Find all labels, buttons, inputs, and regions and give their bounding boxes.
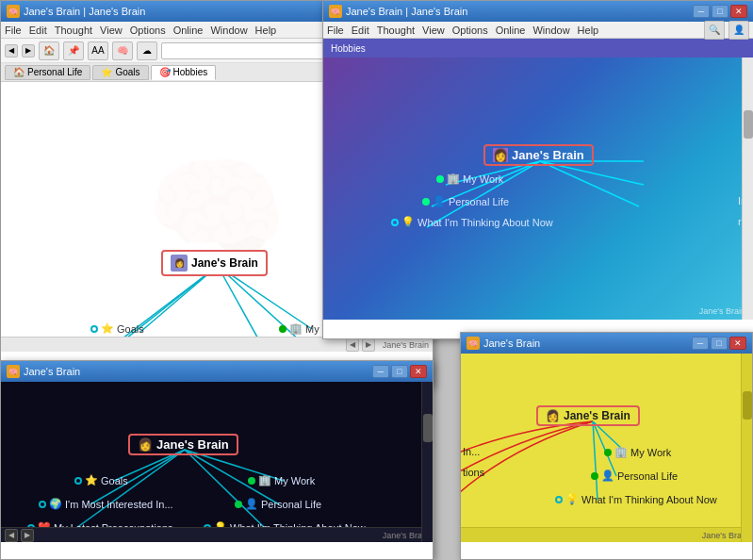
titlebar-win3: 🧠 Jane's Brain ─ □ ✕ <box>1 361 433 382</box>
tab-goals[interactable]: ⭐Goals <box>92 65 148 80</box>
child-most-interested-win3[interactable]: 🌍 I'm Most Interested In... <box>39 498 173 510</box>
tab-hobbies[interactable]: 🎯Hobbies <box>151 65 217 80</box>
center-node-win1[interactable]: 👩 Jane's Brain <box>161 250 268 276</box>
maximize-btn-win4[interactable]: □ <box>711 337 728 350</box>
center-label-win2: Jane's Brain <box>512 148 584 162</box>
menu-options[interactable]: Options <box>130 25 166 36</box>
menu-help[interactable]: Help <box>255 25 277 36</box>
menu-file-win2[interactable]: File <box>327 25 344 36</box>
titlebar-left-win3: 🧠 Jane's Brain <box>7 365 80 378</box>
avatar-win2: 👩 <box>493 148 508 162</box>
scrollbar-win2[interactable] <box>742 58 753 320</box>
scrollbar-thumb-win2[interactable] <box>744 110 753 139</box>
scrollbar-thumb-win4[interactable] <box>743 391 752 420</box>
child-goals[interactable]: ⭐ Goals <box>90 322 144 335</box>
tab-bar-win2: Hobbies <box>323 39 753 58</box>
window-controls-win3: ─ □ ✕ <box>372 365 427 378</box>
menu-edit-win2[interactable]: Edit <box>352 25 369 36</box>
pin-button[interactable]: 📌 <box>63 41 84 60</box>
minimize-btn-win4[interactable]: ─ <box>692 337 709 350</box>
nav-left-win3[interactable]: ◀ <box>5 529 18 542</box>
close-btn-win2[interactable]: ✕ <box>730 5 747 18</box>
close-btn-win3[interactable]: ✕ <box>410 365 427 378</box>
home-button[interactable]: 🏠 <box>39 41 59 60</box>
svg-line-17 <box>185 450 265 528</box>
child-in-win4[interactable]: In... <box>463 446 480 457</box>
avatar-win4: 👩 <box>546 409 560 422</box>
child-tions-win4[interactable]: tions <box>463 467 484 478</box>
menu-view-win2[interactable]: View <box>422 25 445 36</box>
scrollbar-thumb-win3[interactable] <box>423 414 433 442</box>
menu-file[interactable]: File <box>5 25 22 36</box>
canvas-win2: 👩 Jane's Brain Goals Interested In... re… <box>323 58 753 320</box>
menu-window-win2[interactable]: Window <box>532 25 569 36</box>
maximize-btn-win2[interactable]: □ <box>712 5 728 18</box>
menu-online[interactable]: Online <box>173 25 204 36</box>
child-thinking-win4[interactable]: 💡 What I'm Thinking About Now <box>555 493 717 505</box>
center-label-win4: Jane's Brain <box>564 409 630 422</box>
maximize-btn-win3[interactable]: □ <box>391 365 408 378</box>
titlebar-left-win2: 🧠 Jane's Brain | Jane's Brain <box>329 5 467 18</box>
app-icon-win4: 🧠 <box>467 337 480 350</box>
scrollbar-win3[interactable] <box>421 382 433 542</box>
nav-left-win1[interactable]: ◀ <box>346 338 359 352</box>
mindmap-svg-win3 <box>1 382 433 542</box>
cloud-button[interactable]: ☁ <box>137 41 157 60</box>
nav-right-win1[interactable]: ▶ <box>362 338 375 352</box>
center-node-win4[interactable]: 👩 Jane's Brain <box>536 405 640 426</box>
font-button[interactable]: AA <box>88 41 108 60</box>
child-mywork-win4[interactable]: 🏢 My Work <box>604 446 671 458</box>
child-thinking-win2[interactable]: 💡 What I'm Thinking About Now <box>391 216 553 228</box>
center-node-win2[interactable]: 👩 Jane's Brain <box>483 144 594 166</box>
child-personal-win3[interactable]: 👤 Personal Life <box>235 498 321 510</box>
menu-online-win2[interactable]: Online <box>496 25 526 36</box>
back-button[interactable]: ◀ <box>5 44 18 58</box>
status-label-win1: Jane's Brain <box>383 340 429 350</box>
nav-right-win3[interactable]: ▶ <box>21 529 34 542</box>
search-toolbar-win2[interactable]: 🔍 <box>704 21 725 40</box>
child-goals-win3[interactable]: ⭐ Goals <box>74 474 128 486</box>
child-mywork-win2[interactable]: 🏢 My Work <box>436 173 503 185</box>
win3[interactable]: 🧠 Jane's Brain ─ □ ✕ 👩 Jane's Brain ⭐ Go… <box>0 360 434 560</box>
user-toolbar-win2[interactable]: 👤 <box>728 21 749 40</box>
app-icon: 🧠 <box>7 5 20 18</box>
child-mywork-win3[interactable]: 🏢 My Work <box>248 474 315 486</box>
child-personal-win4[interactable]: 👤 Personal Life <box>591 469 678 482</box>
minimize-btn-win2[interactable]: ─ <box>693 5 710 18</box>
svg-line-5 <box>218 266 279 337</box>
win4[interactable]: 🧠 Jane's Brain ─ □ ✕ 👩 Jane's Brain In. <box>460 332 753 560</box>
dot-goals <box>90 325 98 333</box>
tab-personal-life[interactable]: 🏠Personal Life <box>5 65 90 80</box>
svg-line-11 <box>540 161 639 206</box>
app-icon-win3: 🧠 <box>7 365 20 378</box>
child-personal-win2[interactable]: 👤 Personal Life <box>422 195 509 207</box>
dot-mywork <box>279 325 286 333</box>
menu-view[interactable]: View <box>100 25 123 36</box>
win2[interactable]: 🧠 Jane's Brain | Jane's Brain ─ □ ✕ File… <box>322 0 753 339</box>
scrollbar-win4[interactable] <box>741 354 752 542</box>
menu-options-win2[interactable]: Options <box>452 25 488 36</box>
center-node-win3[interactable]: 👩 Jane's Brain <box>128 434 238 455</box>
menu-thought-win2[interactable]: Thought <box>377 25 415 36</box>
minimize-btn-win3[interactable]: ─ <box>372 365 389 378</box>
titlebar-left-win4: 🧠 Jane's Brain <box>467 337 540 350</box>
titlebar-left: 🧠 Jane's Brain | Jane's Brain <box>7 5 145 18</box>
mindmap-svg-win2 <box>323 58 753 320</box>
status-bar-win3: ◀ ▶ Jane's Brain <box>1 527 433 542</box>
close-btn-win4[interactable]: ✕ <box>729 337 746 350</box>
forward-button[interactable]: ▶ <box>22 44 35 58</box>
menu-edit[interactable]: Edit <box>29 25 47 36</box>
center-node-label: Jane's Brain <box>191 256 258 270</box>
menu-thought[interactable]: Thought <box>55 25 92 36</box>
avatar-win3: 👩 <box>138 437 153 452</box>
canvas-win4: 👩 Jane's Brain In... tions 🏢 My Work 👤 P… <box>461 354 752 542</box>
status-bar-win4: Jane's Brain <box>461 527 752 542</box>
window-title: Jane's Brain | Jane's Brain <box>24 6 145 17</box>
menubar-win2: File Edit Thought View Options Online Wi… <box>323 22 753 39</box>
window-title-win3: Jane's Brain <box>24 366 80 377</box>
avatar-win1: 👩 <box>171 255 188 272</box>
menu-help-win2[interactable]: Help <box>578 25 599 36</box>
tab-hobbies-win2[interactable]: Hobbies <box>331 43 366 54</box>
menu-window[interactable]: Window <box>210 25 247 36</box>
brain-button[interactable]: 🧠 <box>112 41 133 60</box>
